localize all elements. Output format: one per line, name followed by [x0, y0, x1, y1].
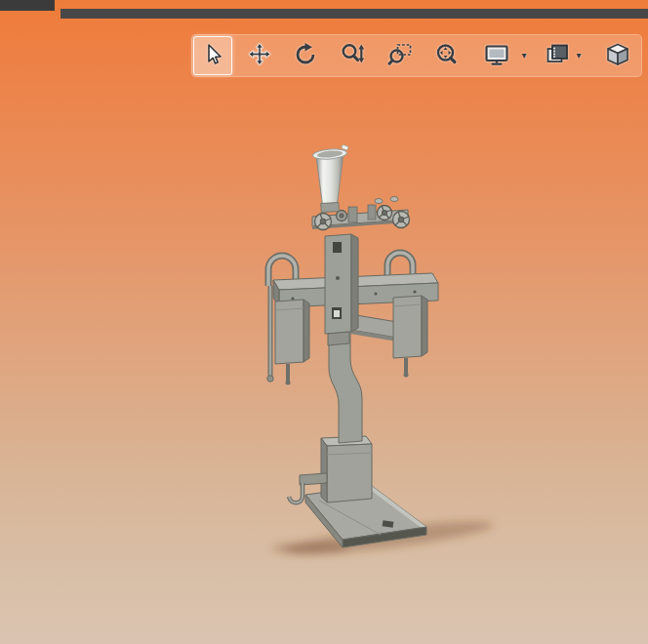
- magnifier-area-icon: [386, 41, 414, 71]
- display-style-tool-button[interactable]: [477, 36, 516, 75]
- graphics-viewport[interactable]: [0, 19, 648, 644]
- apply-scene-dropdown-chevron-icon[interactable]: ▾: [572, 47, 586, 64]
- assembly-model[interactable]: [267, 144, 438, 547]
- rotate-view-tool-button[interactable]: [286, 36, 325, 75]
- display-style-dropdown-chevron-icon[interactable]: ▾: [517, 47, 531, 64]
- magnifier-arrow-icon: [340, 41, 367, 71]
- pan-tool-button[interactable]: [240, 36, 279, 75]
- scene-pages-icon: [544, 41, 571, 71]
- pan-arrows-icon: [246, 41, 273, 71]
- view-orientation-tool-button[interactable]: [598, 36, 637, 75]
- select-tool-button[interactable]: [193, 36, 232, 75]
- apply-scene-tool-button[interactable]: [538, 36, 577, 75]
- isometric-cube-icon: [604, 41, 631, 71]
- view-toolbar: ▾ ▾: [191, 34, 642, 77]
- rotate-arrows-icon: [292, 41, 319, 71]
- cursor-arrow-icon: [199, 41, 226, 71]
- app-window: ▾ ▾: [0, 0, 648, 644]
- 3d-model[interactable]: [0, 0, 648, 644]
- monitor-icon: [483, 41, 510, 71]
- magnifier-fit-icon: [433, 41, 461, 71]
- zoom-to-fit-tool-button[interactable]: [427, 36, 466, 75]
- zoom-in-out-tool-button[interactable]: [334, 36, 373, 75]
- zoom-to-area-tool-button[interactable]: [381, 36, 420, 75]
